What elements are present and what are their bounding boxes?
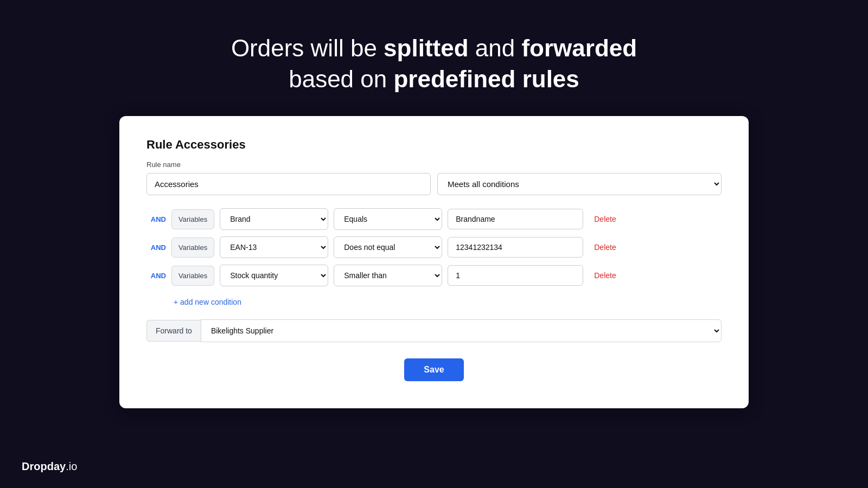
rule-title: Rule Accessories [146, 138, 722, 152]
condition-field-select-2[interactable]: EAN-13 [220, 236, 328, 258]
rule-name-label: Rule name [146, 160, 722, 169]
forward-to-label: Forward to [146, 320, 201, 342]
header-section: Orders will be splitted and forwarded ba… [0, 0, 868, 116]
condition-value-input-1[interactable] [448, 209, 583, 229]
variables-badge-1: Variables [171, 209, 214, 229]
condition-type-select[interactable]: Meets all conditions Meets any condition [437, 173, 722, 195]
variables-badge-2: Variables [171, 237, 214, 258]
footer-brand: Dropday.io [22, 460, 77, 472]
and-label-3: AND [146, 272, 166, 280]
condition-operator-select-3[interactable]: Smaller than [334, 265, 442, 286]
rule-name-input[interactable] [146, 173, 431, 195]
variables-badge-3: Variables [171, 266, 214, 286]
footer: Dropday.io [22, 460, 77, 473]
condition-operator-select-2[interactable]: Does not equal [334, 236, 442, 258]
delete-button-2[interactable]: Delete [589, 240, 621, 255]
condition-row: AND Variables Brand Equals Delete [146, 208, 722, 230]
delete-button-3[interactable]: Delete [589, 268, 621, 283]
forward-to-select[interactable]: Bikelights Supplier [201, 319, 722, 342]
header-title: Orders will be splitted and forwarded ba… [11, 33, 857, 94]
conditions-area: AND Variables Brand Equals Delete AND Va… [146, 208, 722, 286]
condition-value-input-2[interactable] [448, 237, 583, 258]
save-button[interactable]: Save [404, 358, 463, 381]
and-label-1: AND [146, 215, 166, 223]
save-section: Save [146, 358, 722, 381]
add-condition-link[interactable]: + add new condition [174, 298, 241, 306]
condition-value-input-3[interactable] [448, 265, 583, 286]
forward-row: Forward to Bikelights Supplier [146, 319, 722, 342]
condition-operator-select-1[interactable]: Equals [334, 208, 442, 230]
rule-card: Rule Accessories Rule name Meets all con… [119, 116, 749, 408]
condition-row: AND Variables EAN-13 Does not equal Dele… [146, 236, 722, 258]
delete-button-1[interactable]: Delete [589, 211, 621, 227]
and-label-2: AND [146, 243, 166, 252]
condition-field-select-3[interactable]: Stock quantity [220, 265, 328, 286]
condition-row: AND Variables Stock quantity Smaller tha… [146, 265, 722, 286]
rule-name-row: Meets all conditions Meets any condition [146, 173, 722, 195]
condition-field-select-1[interactable]: Brand [220, 208, 328, 230]
